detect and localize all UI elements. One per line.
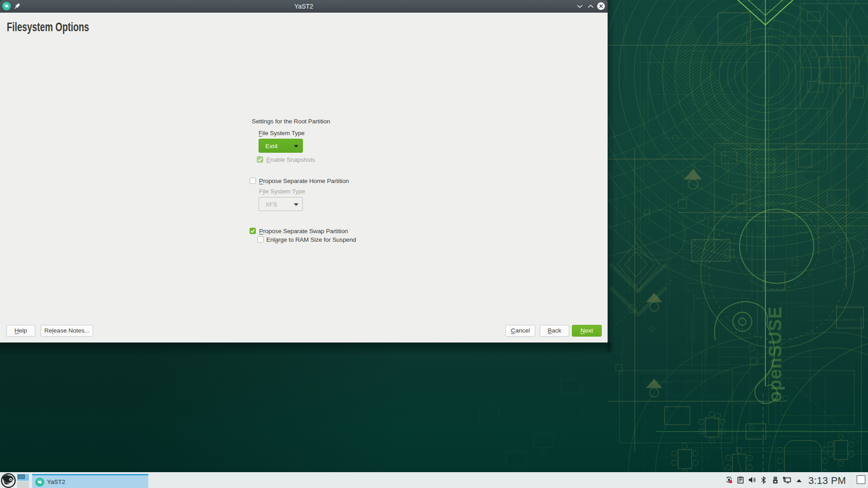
svg-text:openSUSE: openSUSE [765, 306, 785, 402]
